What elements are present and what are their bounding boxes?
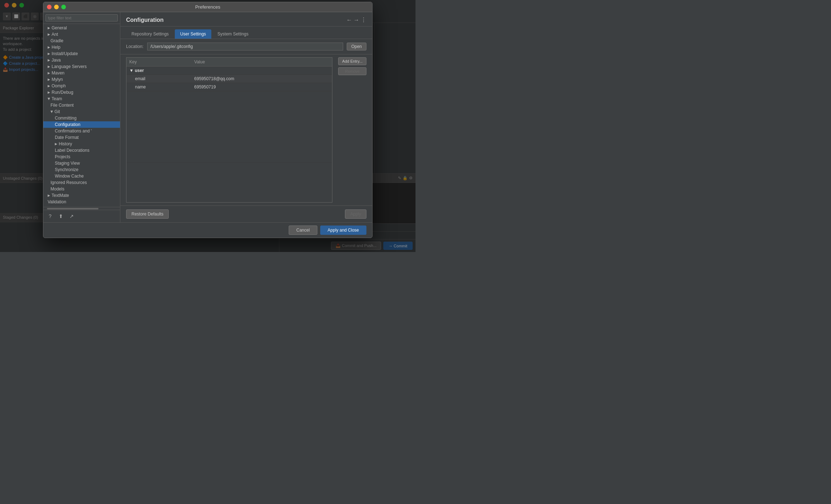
- cancel-button[interactable]: Cancel: [289, 226, 317, 235]
- tree-item-team[interactable]: ▶ Team: [43, 96, 120, 102]
- import-icon[interactable]: ⬆: [57, 212, 65, 220]
- table-cell-value: 695950719: [191, 83, 325, 91]
- tab-user-settings[interactable]: User Settings: [175, 29, 211, 39]
- tree-label: Window Cache: [55, 174, 84, 179]
- open-button[interactable]: Open: [347, 43, 366, 50]
- config-panel-title: Configuration: [126, 17, 164, 23]
- tree-item-synchronize[interactable]: Synchronize: [43, 166, 120, 173]
- dialog-min-btn[interactable]: [54, 5, 59, 9]
- col-key: Key: [126, 58, 191, 67]
- tree-item-staging-view[interactable]: Staging View: [43, 160, 120, 166]
- table-wrapper: Key Value ▼ user: [126, 57, 332, 203]
- arrow-icon: ▶: [48, 45, 50, 49]
- table-cell-value: 695950718@qq.com: [191, 75, 325, 83]
- tree-scrollbar-thumb[interactable]: [47, 208, 99, 209]
- tree-label: Git: [54, 109, 60, 114]
- apply-and-close-button[interactable]: Apply and Close: [320, 226, 366, 235]
- arrow-icon: ▶: [48, 65, 50, 68]
- apply-button[interactable]: Apply: [345, 209, 366, 219]
- tab-repository-settings[interactable]: Repository Settings: [126, 29, 174, 39]
- nav-back-icon[interactable]: ←: [346, 17, 352, 23]
- table-with-actions: Key Value ▼ user: [120, 54, 372, 205]
- tab-system-settings[interactable]: System Settings: [212, 29, 254, 39]
- dialog-max-btn[interactable]: [61, 5, 66, 9]
- dialog-actions: Restore Defaults Apply: [120, 205, 372, 222]
- tree-label: Language Servers: [52, 64, 87, 69]
- location-row: Location: /Users/apple/.gitconfig Open: [120, 39, 372, 54]
- table-cell-extra: [325, 75, 332, 83]
- tree-label: Staging View: [55, 161, 80, 166]
- tree-label: Ignored Resources: [51, 180, 87, 185]
- tree-label: File Content: [51, 103, 74, 108]
- arrow-icon: ▶: [48, 33, 50, 36]
- tree-label: Maven: [52, 71, 64, 76]
- col-extra: [325, 58, 332, 67]
- tree-label: Date Format: [55, 135, 79, 140]
- tree-pane: ▶ General ▶ Ant Gradle ▶ Help: [43, 12, 120, 222]
- dialog-title: Preferences: [195, 4, 220, 10]
- restore-defaults-button[interactable]: Restore Defaults: [126, 209, 169, 219]
- tree-label: Run/Debug: [52, 90, 73, 95]
- arrow-icon: ▶: [55, 142, 57, 146]
- arrow-icon: ▶: [48, 71, 50, 75]
- tree-item-configuration[interactable]: Configuration: [43, 121, 120, 128]
- tree-item-window-cache[interactable]: Window Cache: [43, 173, 120, 179]
- tree-item-mylyn[interactable]: ▶ Mylyn: [43, 76, 120, 83]
- tree-label: Synchronize: [55, 167, 78, 172]
- arrow-icon: ▶: [48, 91, 50, 94]
- tree-label: Label Decorations: [55, 148, 90, 153]
- tree-item-oomph[interactable]: ▶ Oomph: [43, 83, 120, 89]
- table-row[interactable]: name 695950719: [126, 83, 332, 91]
- tree-item-git[interactable]: ▶ Git: [43, 108, 120, 115]
- tree-item-java[interactable]: ▶ Java: [43, 57, 120, 63]
- dialog-window-controls: [47, 5, 66, 9]
- tree-item-gradle[interactable]: Gradle: [43, 38, 120, 44]
- tree-item-date-format[interactable]: Date Format: [43, 134, 120, 141]
- tree-item-general[interactable]: ▶ General: [43, 25, 120, 31]
- tree-item-ignored-resources[interactable]: Ignored Resources: [43, 179, 120, 186]
- tree-label: Java: [52, 58, 61, 63]
- table-cell-key: email: [126, 75, 191, 83]
- tree-item-label-decorations[interactable]: Label Decorations: [43, 147, 120, 154]
- tabs-bar: Repository Settings User Settings System…: [120, 26, 372, 39]
- tree-item-install[interactable]: ▶ Install/Update: [43, 50, 120, 57]
- table-row[interactable]: ▼ user: [126, 67, 332, 75]
- tree-item-textmate[interactable]: ▶ TextMate: [43, 192, 120, 199]
- tree-item-history[interactable]: ▶ History: [43, 141, 120, 147]
- dialog-actions-left: Restore Defaults: [126, 209, 169, 219]
- add-entry-button[interactable]: Add Entry...: [338, 57, 366, 65]
- tree-item-confirmations[interactable]: Confirmations and ': [43, 128, 120, 134]
- export-icon[interactable]: ↗: [68, 212, 76, 220]
- tree-item-ant[interactable]: ▶ Ant: [43, 31, 120, 38]
- filter-input[interactable]: [45, 14, 118, 21]
- tree-label: General: [52, 25, 67, 30]
- tree-item-rundebug[interactable]: ▶ Run/Debug: [43, 89, 120, 96]
- tree-item-committing[interactable]: Committing: [43, 115, 120, 121]
- arrow-icon: ▶: [48, 78, 50, 81]
- tree-label: Validation: [48, 199, 66, 204]
- arrow-icon: ▶: [48, 26, 50, 30]
- arrow-icon: ▶: [47, 98, 51, 100]
- dialog-titlebar: Preferences: [43, 2, 372, 12]
- help-icon[interactable]: ?: [46, 212, 54, 220]
- nav-forward-icon[interactable]: →: [354, 17, 359, 23]
- tree-item-projects[interactable]: Projects: [43, 154, 120, 160]
- dialog-close-btn[interactable]: [47, 5, 52, 9]
- tree-item-language-servers[interactable]: ▶ Language Servers: [43, 63, 120, 70]
- config-content-pane: Configuration ← → ⋮ Repository Settings …: [120, 12, 372, 222]
- tree-label: Ant: [52, 32, 58, 37]
- table-row[interactable]: email 695950718@qq.com: [126, 75, 332, 83]
- tree-item-models[interactable]: Models: [43, 186, 120, 192]
- table-cell-key: name: [126, 83, 191, 91]
- remove-button[interactable]: Remove: [338, 67, 366, 75]
- tree-item-validation[interactable]: Validation: [43, 199, 120, 205]
- arrow-icon: ▶: [50, 111, 54, 113]
- tree-label: Projects: [55, 154, 70, 159]
- arrow-icon: ▶: [48, 52, 50, 55]
- nav-more-icon[interactable]: ⋮: [361, 16, 366, 23]
- tree-label: Help: [52, 45, 61, 50]
- tree-item-help[interactable]: ▶ Help: [43, 44, 120, 50]
- arrow-icon: ▶: [48, 194, 50, 197]
- tree-item-maven[interactable]: ▶ Maven: [43, 70, 120, 76]
- tree-item-file-content[interactable]: File Content: [43, 102, 120, 108]
